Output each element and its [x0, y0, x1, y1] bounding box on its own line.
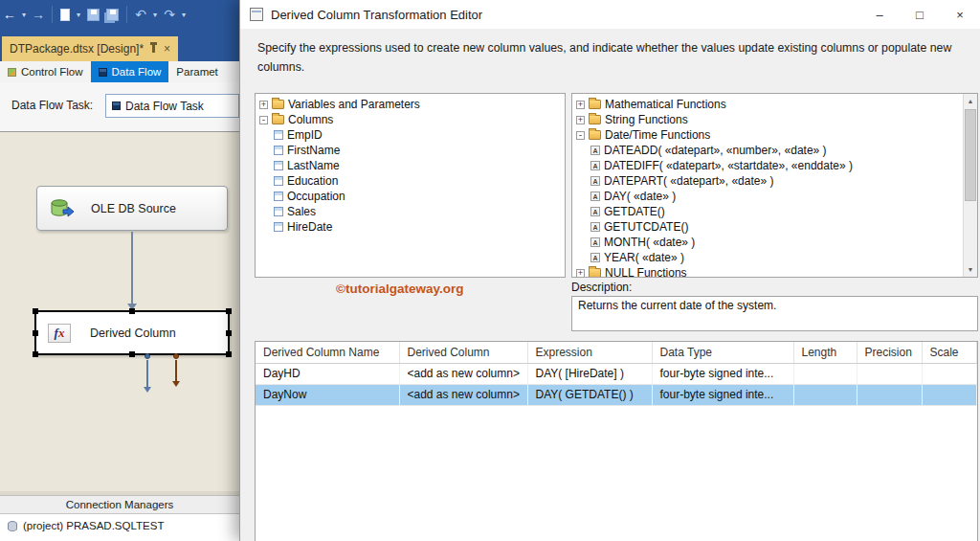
grid-row[interactable]: DayNow<add as new column>DAY( GETDATE() … — [256, 384, 977, 405]
back-button[interactable]: ← — [2, 4, 17, 25]
watermark-text: ©tutorialgateway.org — [336, 282, 463, 296]
grid-cell[interactable]: DayHD — [256, 363, 399, 384]
tree-item[interactable]: EmpID — [256, 127, 565, 143]
selection-handle[interactable] — [226, 351, 232, 357]
expand-icon[interactable]: + — [576, 269, 585, 278]
expand-icon[interactable]: + — [576, 116, 585, 124]
functions-tree-panel[interactable]: +Mathematical Functions+String Functions… — [571, 93, 978, 278]
tree-item[interactable]: LastName — [256, 158, 565, 173]
data-path-connector[interactable] — [131, 232, 133, 304]
selection-handle[interactable] — [226, 330, 232, 336]
grid-column-header[interactable]: Derived Column — [399, 342, 527, 363]
selection-handle[interactable] — [33, 308, 38, 314]
grid-cell[interactable] — [857, 363, 922, 384]
tree-item[interactable]: Occupation — [256, 189, 565, 204]
grid-cell[interactable] — [793, 363, 857, 384]
tab-parameters[interactable]: Paramet — [168, 61, 225, 82]
document-tab[interactable]: DTPackage.dtsx [Design]* × — [2, 36, 178, 61]
save-all-button[interactable] — [106, 9, 119, 21]
close-button[interactable]: × — [940, 0, 980, 29]
output-path[interactable] — [146, 360, 148, 387]
derived-columns-grid[interactable]: Derived Column NameDerived ColumnExpress… — [255, 341, 978, 541]
selection-handle[interactable] — [129, 308, 135, 314]
tree-item[interactable]: FirstName — [256, 143, 565, 158]
scrollbar[interactable]: ▲ ▼ — [963, 94, 977, 277]
scroll-down-icon[interactable]: ▼ — [964, 262, 977, 277]
tree-item[interactable]: HireDate — [256, 219, 565, 235]
tree-item[interactable]: +Mathematical Functions — [572, 97, 963, 112]
tree-item[interactable]: -Date/Time Functions — [572, 127, 963, 143]
undo-dropdown-icon[interactable]: ▾ — [151, 4, 159, 25]
redo-dropdown-icon[interactable]: ▾ — [180, 4, 188, 25]
maximize-button[interactable]: □ — [900, 0, 940, 29]
function-icon — [590, 237, 600, 247]
tree-item[interactable]: DATEDIFF( «datepart», «startdate», «endd… — [572, 158, 963, 173]
dialog-titlebar[interactable]: Derived Column Transformation Editor – □… — [240, 0, 980, 29]
tree-item[interactable]: +Variables and Parameters — [256, 97, 565, 112]
output-connector-dot[interactable] — [145, 353, 150, 359]
minimize-button[interactable]: – — [859, 0, 900, 29]
grid-column-header[interactable]: Derived Column Name — [256, 342, 399, 363]
grid-column-header[interactable]: Data Type — [652, 342, 793, 363]
data-flow-task-combobox[interactable]: Data Flow Task — [105, 94, 239, 118]
scrollbar-thumb[interactable] — [965, 109, 976, 201]
connection-manager-item[interactable]: (project) PRASAD.SQLTEST — [0, 514, 239, 531]
folder-icon — [272, 100, 284, 109]
grid-cell[interactable]: <add as new column> — [399, 363, 527, 384]
collapse-icon[interactable]: - — [259, 116, 268, 124]
grid-cell[interactable] — [922, 384, 977, 405]
error-output-connector-dot[interactable] — [173, 353, 179, 359]
tab-control-flow[interactable]: Control Flow — [0, 61, 91, 82]
tree-item[interactable]: Education — [256, 173, 565, 189]
grid-cell[interactable]: <add as new column> — [399, 384, 527, 405]
back-dropdown-icon[interactable]: ▾ — [20, 4, 28, 25]
selection-handle[interactable] — [33, 351, 38, 357]
tree-item[interactable]: GETDATE() — [572, 204, 963, 219]
error-output-path[interactable] — [175, 360, 177, 381]
derived-column-box[interactable]: fx Derived Column — [34, 310, 230, 355]
new-file-button[interactable] — [60, 9, 70, 21]
tab-data-flow[interactable]: Data Flow — [91, 61, 169, 82]
save-button[interactable] — [87, 9, 100, 21]
grid-column-header[interactable]: Expression — [527, 342, 652, 363]
grid-cell[interactable]: four-byte signed inte... — [652, 363, 793, 384]
tree-item[interactable]: DAY( «date» ) — [572, 189, 963, 204]
tree-item[interactable]: +NULL Functions — [572, 265, 963, 278]
selection-handle[interactable] — [226, 308, 232, 314]
grid-column-header[interactable]: Scale — [922, 342, 977, 363]
forward-button[interactable]: → — [31, 4, 46, 25]
tree-item[interactable]: YEAR( «date» ) — [572, 250, 963, 265]
grid-column-header[interactable]: Length — [793, 342, 857, 363]
tree-item[interactable]: GETUTCDATE() — [572, 219, 963, 235]
tree-item[interactable]: Sales — [256, 204, 565, 219]
grid-cell[interactable]: DAY( GETDATE() ) — [527, 384, 652, 405]
grid-row[interactable]: DayHD<add as new column>DAY( [HireDate] … — [256, 363, 977, 384]
pin-icon[interactable] — [152, 45, 155, 53]
grid-cell[interactable]: DayNow — [256, 384, 399, 405]
design-surface[interactable]: OLE DB Source fx Derived Column — [0, 131, 239, 491]
grid-cell[interactable]: four-byte signed inte... — [652, 384, 793, 405]
tree-item[interactable]: DATEADD( «datepart», «number», «date» ) — [572, 143, 963, 158]
grid-cell[interactable]: DAY( [HireDate] ) — [527, 363, 652, 384]
scroll-up-icon[interactable]: ▲ — [964, 94, 977, 108]
selection-handle[interactable] — [33, 330, 38, 336]
expand-icon[interactable]: + — [576, 101, 585, 109]
tree-item[interactable]: DATEPART( «datepart», «date» ) — [572, 173, 963, 189]
grid-cell[interactable] — [922, 363, 977, 384]
undo-button[interactable]: ↶ — [133, 4, 148, 25]
new-file-dropdown-icon[interactable]: ▾ — [75, 4, 82, 25]
collapse-icon[interactable]: - — [576, 131, 585, 140]
redo-button[interactable]: ↷ — [162, 4, 177, 25]
connection-managers-header[interactable]: Connection Managers — [0, 496, 239, 514]
grid-cell[interactable] — [857, 384, 922, 405]
tree-item[interactable]: MONTH( «date» ) — [572, 235, 963, 250]
columns-tree-panel[interactable]: +Variables and Parameters-ColumnsEmpIDFi… — [255, 93, 566, 278]
grid-cell[interactable] — [793, 384, 857, 405]
selection-handle[interactable] — [129, 351, 135, 357]
expand-icon[interactable]: + — [259, 101, 268, 109]
grid-column-header[interactable]: Precision — [857, 342, 922, 363]
ole-db-source-box[interactable]: OLE DB Source — [36, 186, 228, 231]
tree-item[interactable]: +String Functions — [572, 112, 963, 127]
close-icon[interactable]: × — [164, 42, 170, 56]
tree-item[interactable]: -Columns — [256, 112, 565, 127]
